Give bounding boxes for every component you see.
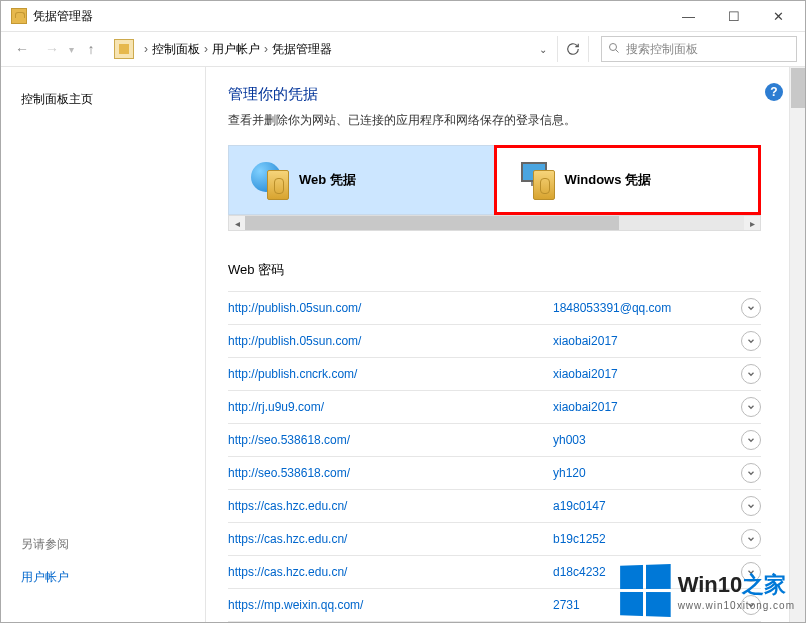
help-icon[interactable]: ? bbox=[765, 83, 783, 101]
scroll-right-icon[interactable]: ▸ bbox=[744, 216, 760, 230]
svg-point-0 bbox=[610, 43, 617, 50]
credential-user[interactable]: a19c0147 bbox=[553, 499, 733, 513]
tab-windows-label: Windows 凭据 bbox=[565, 171, 652, 189]
credential-row: https://my.pconline.com.cn/2539 bbox=[228, 621, 761, 622]
credential-user[interactable]: xiaobai2017 bbox=[553, 334, 733, 348]
credential-user[interactable]: yh120 bbox=[553, 466, 733, 480]
credential-url[interactable]: https://cas.hzc.edu.cn/ bbox=[228, 565, 553, 579]
credential-user[interactable]: yh003 bbox=[553, 433, 733, 447]
credential-url[interactable]: https://cas.hzc.edu.cn/ bbox=[228, 499, 553, 513]
web-credentials-icon bbox=[249, 160, 289, 200]
credential-url[interactable]: https://mp.weixin.qq.com/ bbox=[228, 598, 553, 612]
expand-button[interactable] bbox=[741, 529, 761, 549]
credential-row: http://publish.05sun.com/xiaobai2017 bbox=[228, 324, 761, 357]
credential-row: http://publish.05sun.com/1848053391@qq.c… bbox=[228, 291, 761, 324]
address-bar-icon[interactable] bbox=[114, 39, 134, 59]
breadcrumb-sep: › bbox=[144, 42, 148, 56]
sidebar-home[interactable]: 控制面板主页 bbox=[21, 91, 185, 108]
back-button[interactable]: ← bbox=[9, 36, 35, 62]
breadcrumb-item-1[interactable]: 用户帐户 bbox=[212, 41, 260, 58]
expand-button[interactable] bbox=[741, 430, 761, 450]
credential-row: http://publish.cncrk.com/xiaobai2017 bbox=[228, 357, 761, 390]
recent-locations-dropdown[interactable]: ▾ bbox=[69, 44, 74, 55]
maximize-button[interactable]: ☐ bbox=[711, 2, 756, 31]
breadcrumb-item-0[interactable]: 控制面板 bbox=[152, 41, 200, 58]
forward-button[interactable]: → bbox=[39, 36, 65, 62]
credential-row: http://rj.u9u9.com/xiaobai2017 bbox=[228, 390, 761, 423]
expand-button[interactable] bbox=[741, 496, 761, 516]
sidebar-user-accounts[interactable]: 用户帐户 bbox=[21, 569, 185, 586]
main: ? 管理你的凭据 查看并删除你为网站、已连接的应用程序和网络保存的登录信息。 W… bbox=[206, 67, 805, 622]
tabs-scrollbar[interactable]: ◂ ▸ bbox=[228, 215, 761, 231]
refresh-button[interactable] bbox=[557, 36, 589, 62]
expand-button[interactable] bbox=[741, 595, 761, 615]
search-icon bbox=[608, 42, 620, 57]
up-button[interactable]: ↑ bbox=[78, 36, 104, 62]
vertical-scrollbar[interactable] bbox=[789, 67, 805, 622]
expand-button[interactable] bbox=[741, 397, 761, 417]
credential-row: https://cas.hzc.edu.cn/b19c1252 bbox=[228, 522, 761, 555]
credential-url[interactable]: http://publish.cncrk.com/ bbox=[228, 367, 553, 381]
page-subtitle: 查看并删除你为网站、已连接的应用程序和网络保存的登录信息。 bbox=[228, 112, 761, 129]
address-dropdown[interactable]: ⌄ bbox=[533, 44, 553, 55]
breadcrumb-sep: › bbox=[204, 42, 208, 56]
titlebar: 凭据管理器 — ☐ ✕ bbox=[1, 1, 805, 31]
close-button[interactable]: ✕ bbox=[756, 2, 801, 31]
tab-windows-credentials[interactable]: Windows 凭据 bbox=[495, 146, 761, 214]
credential-row: http://seo.538618.com/yh120 bbox=[228, 456, 761, 489]
credential-row: http://seo.538618.com/yh003 bbox=[228, 423, 761, 456]
page-title: 管理你的凭据 bbox=[228, 85, 761, 104]
web-passwords-heading: Web 密码 bbox=[228, 261, 761, 279]
credential-list: http://publish.05sun.com/1848053391@qq.c… bbox=[228, 291, 761, 622]
expand-button[interactable] bbox=[741, 298, 761, 318]
window-title: 凭据管理器 bbox=[33, 8, 666, 25]
content: 控制面板主页 另请参阅 用户帐户 ? 管理你的凭据 查看并删除你为网站、已连接的… bbox=[1, 67, 805, 622]
credential-url[interactable]: http://rj.u9u9.com/ bbox=[228, 400, 553, 414]
credential-url[interactable]: http://publish.05sun.com/ bbox=[228, 301, 553, 315]
tabs-container: Web 凭据 Windows 凭据 ◂ ▸ bbox=[228, 145, 761, 231]
sidebar: 控制面板主页 另请参阅 用户帐户 bbox=[1, 67, 206, 622]
tab-web-credentials[interactable]: Web 凭据 bbox=[229, 146, 495, 214]
credential-manager-window: 凭据管理器 — ☐ ✕ ← → ▾ ↑ › 控制面板 › 用户帐户 › 凭据管理… bbox=[0, 0, 806, 623]
scroll-left-icon[interactable]: ◂ bbox=[229, 216, 245, 230]
expand-button[interactable] bbox=[741, 331, 761, 351]
search-input[interactable]: 搜索控制面板 bbox=[601, 36, 797, 62]
breadcrumb-sep: › bbox=[264, 42, 268, 56]
credential-url[interactable]: http://seo.538618.com/ bbox=[228, 466, 553, 480]
search-placeholder: 搜索控制面板 bbox=[626, 41, 698, 58]
credential-url[interactable]: https://cas.hzc.edu.cn/ bbox=[228, 532, 553, 546]
expand-button[interactable] bbox=[741, 463, 761, 483]
credential-user[interactable]: xiaobai2017 bbox=[553, 400, 733, 414]
see-also-label: 另请参阅 bbox=[21, 536, 185, 553]
credential-row: https://mp.weixin.qq.com/2731 bbox=[228, 588, 761, 621]
app-icon bbox=[11, 8, 27, 24]
credential-url[interactable]: http://seo.538618.com/ bbox=[228, 433, 553, 447]
credential-row: https://cas.hzc.edu.cn/a19c0147 bbox=[228, 489, 761, 522]
expand-button[interactable] bbox=[741, 562, 761, 582]
breadcrumb[interactable]: › 控制面板 › 用户帐户 › 凭据管理器 bbox=[138, 41, 529, 58]
credential-row: https://cas.hzc.edu.cn/d18c4232 bbox=[228, 555, 761, 588]
credential-user[interactable]: 2731 bbox=[553, 598, 733, 612]
credential-user[interactable]: d18c4232 bbox=[553, 565, 733, 579]
credential-user[interactable]: 1848053391@qq.com bbox=[553, 301, 733, 315]
expand-button[interactable] bbox=[741, 364, 761, 384]
windows-credentials-icon bbox=[515, 160, 555, 200]
breadcrumb-item-2[interactable]: 凭据管理器 bbox=[272, 41, 332, 58]
tab-web-label: Web 凭据 bbox=[299, 171, 356, 189]
credential-user[interactable]: b19c1252 bbox=[553, 532, 733, 546]
credential-url[interactable]: http://publish.05sun.com/ bbox=[228, 334, 553, 348]
svg-line-1 bbox=[616, 49, 619, 52]
credential-user[interactable]: xiaobai2017 bbox=[553, 367, 733, 381]
minimize-button[interactable]: — bbox=[666, 2, 711, 31]
navigation-bar: ← → ▾ ↑ › 控制面板 › 用户帐户 › 凭据管理器 ⌄ 搜索控制面板 bbox=[1, 31, 805, 67]
